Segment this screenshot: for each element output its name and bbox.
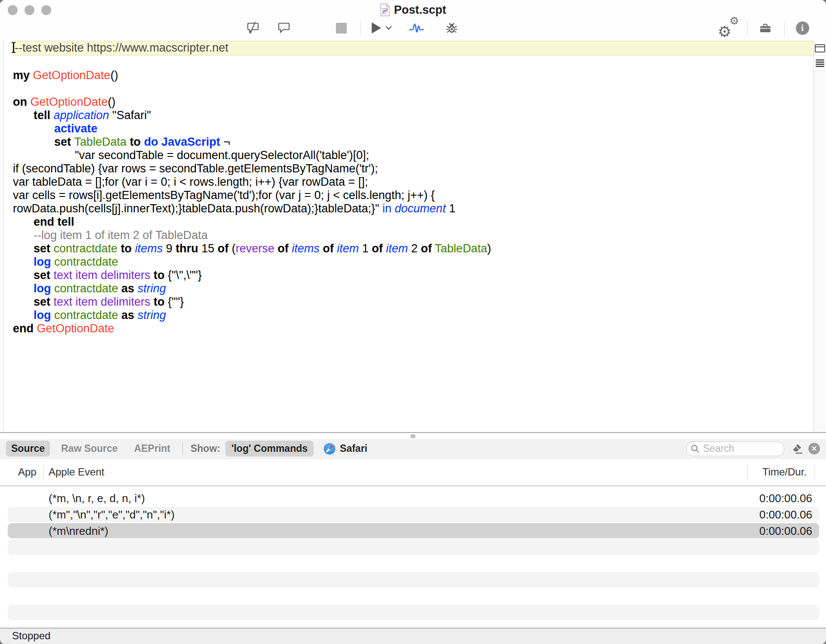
search-field[interactable] <box>686 442 784 456</box>
column-divider <box>43 466 44 478</box>
code-line[interactable]: on GetOptionDate() <box>0 95 814 109</box>
splitter-handle-icon[interactable] <box>411 434 416 438</box>
column-app[interactable]: App <box>18 459 37 485</box>
code-line[interactable]: log contractdate <box>0 255 814 269</box>
stop-button[interactable] <box>336 17 347 39</box>
toolbar: ⚙⚙ i <box>0 17 826 39</box>
comment-button[interactable] <box>274 17 293 39</box>
log-table-header: App Apple Event Time/Dur. <box>0 459 826 486</box>
wrapped-lines-icon <box>816 59 824 67</box>
tab-aeprint[interactable]: AEPrint <box>129 441 176 457</box>
safari-icon <box>323 442 336 455</box>
text-cursor <box>13 42 14 53</box>
column-apple-event[interactable]: Apple Event <box>49 459 104 485</box>
code-line[interactable]: end GetOptionDate <box>0 322 814 335</box>
app-filter-label: Safari <box>340 443 367 454</box>
toolbox-button[interactable] <box>756 17 775 39</box>
log-row[interactable]: (*m\nredni*)0:00:00.06 <box>0 523 826 539</box>
app-filter-safari[interactable]: Safari <box>323 442 367 455</box>
toolbar-separator <box>784 20 785 36</box>
window-title-block: Post.scpt <box>0 3 826 17</box>
code-line[interactable]: if (secondTable) {var rows = secondTable… <box>0 162 814 175</box>
code-line[interactable]: end tell <box>0 215 814 229</box>
comment-slash-icon <box>246 21 260 34</box>
code-line[interactable]: rowData.push(cells[j].innerText);}tableD… <box>0 202 814 215</box>
code-line[interactable]: set text item delimiters to {"\",\""} <box>0 269 814 282</box>
log-row[interactable] <box>0 588 826 604</box>
code-editor[interactable]: --test website https://www.macscripter.n… <box>0 41 814 432</box>
log-time: 0:00:00.06 <box>759 506 812 523</box>
event-log-toolbar: Source Raw Source AEPrint Show: 'log' Co… <box>0 439 826 459</box>
log-event-text: (*m\nredni*) <box>49 523 108 539</box>
code-line[interactable]: var cells = rows[i].getElementsByTagName… <box>0 189 814 202</box>
panel-splitter[interactable] <box>0 433 826 439</box>
log-row[interactable]: (*m, \n, r, e, d, n, i*)0:00:00.06 <box>0 490 826 506</box>
comment-bubble-icon <box>277 21 291 34</box>
run-button[interactable] <box>367 17 397 39</box>
code-line[interactable]: set TableData to do JavaScript ¬ <box>0 135 814 149</box>
stop-icon <box>336 23 347 34</box>
status-text: Stopped <box>12 629 50 643</box>
code-line[interactable]: activate <box>0 122 814 135</box>
uncomment-button[interactable] <box>243 17 262 39</box>
split-view-icon <box>815 44 825 52</box>
play-icon <box>372 22 381 34</box>
column-divider <box>814 466 815 478</box>
title-bar: Post.scpt <box>0 0 826 41</box>
scripts-menu-button[interactable]: ⚙⚙ <box>718 17 739 39</box>
code-line[interactable]: set text item delimiters to {""} <box>0 295 814 309</box>
log-event-text: (*m","\n","r","e","d","n","i*) <box>49 506 175 523</box>
eraser-icon <box>790 443 803 455</box>
info-button[interactable]: i <box>795 17 810 39</box>
gears-icon: ⚙⚙ <box>718 18 739 38</box>
chevron-down-icon[interactable] <box>385 26 392 30</box>
code-line[interactable]: set contractdate to items 9 thru 15 of (… <box>0 242 814 255</box>
log-time: 0:00:00.06 <box>759 523 812 539</box>
tab-source[interactable]: Source <box>6 441 50 457</box>
show-filter-button[interactable]: 'log' Commands <box>225 441 314 457</box>
code-line[interactable]: var tableData = [];for (var i = 0; i < r… <box>0 175 814 189</box>
script-debugger-window: Post.scpt <box>0 0 826 644</box>
code-line[interactable]: --log item 1 of item 2 of TableData <box>0 229 814 242</box>
split-editor-button[interactable] <box>814 41 826 56</box>
code-line[interactable]: log contractdate as string <box>0 309 814 322</box>
status-bar: Stopped <box>0 628 826 644</box>
tab-raw-source[interactable]: Raw Source <box>56 441 123 457</box>
column-time-dur[interactable]: Time/Dur. <box>762 459 807 485</box>
toolbox-icon <box>759 22 772 34</box>
waveform-icon <box>409 22 424 34</box>
code-lines: --test website https://www.macscripter.n… <box>0 41 814 335</box>
log-row[interactable]: (*m","\n","r","e","d","n","i*)0:00:00.06 <box>0 506 826 523</box>
search-input[interactable] <box>686 442 784 456</box>
code-line[interactable]: log contractdate as string <box>0 282 814 295</box>
window-title: Post.scpt <box>394 3 447 17</box>
column-divider <box>747 466 748 478</box>
code-line[interactable]: my GetOptionDate() <box>0 69 814 82</box>
bug-icon <box>445 21 459 34</box>
document-icon <box>380 3 390 16</box>
info-icon: i <box>796 21 809 35</box>
editor-scrollbar-strip[interactable] <box>814 41 826 432</box>
code-line[interactable]: tell application "Safari" <box>0 109 814 122</box>
event-log-button[interactable] <box>407 17 426 39</box>
close-panel-button[interactable]: ✕ <box>808 443 820 454</box>
code-line[interactable]: --test website https://www.macscripter.n… <box>12 41 814 55</box>
code-line[interactable]: "var secondTable = document.querySelecto… <box>0 149 814 162</box>
toolbar-separator <box>361 20 361 36</box>
log-row[interactable] <box>0 555 826 572</box>
log-row[interactable] <box>0 539 826 555</box>
code-line[interactable] <box>0 82 814 95</box>
log-event-text: (*m, \n, r, e, d, n, i*) <box>49 490 145 506</box>
log-row[interactable] <box>0 604 826 621</box>
debug-button[interactable] <box>442 17 461 39</box>
log-row[interactable] <box>0 572 826 588</box>
log-time: 0:00:00.06 <box>759 490 812 506</box>
clear-log-button[interactable] <box>790 443 803 455</box>
search-icon <box>690 444 700 454</box>
line-wrap-button[interactable] <box>814 56 826 71</box>
log-rows: (*m, \n, r, e, d, n, i*)0:00:00.06(*m","… <box>0 490 826 629</box>
show-label: Show: <box>191 443 220 454</box>
tabbar-divider <box>182 442 183 455</box>
code-line[interactable] <box>0 55 814 69</box>
toolbar-separator <box>747 20 748 36</box>
